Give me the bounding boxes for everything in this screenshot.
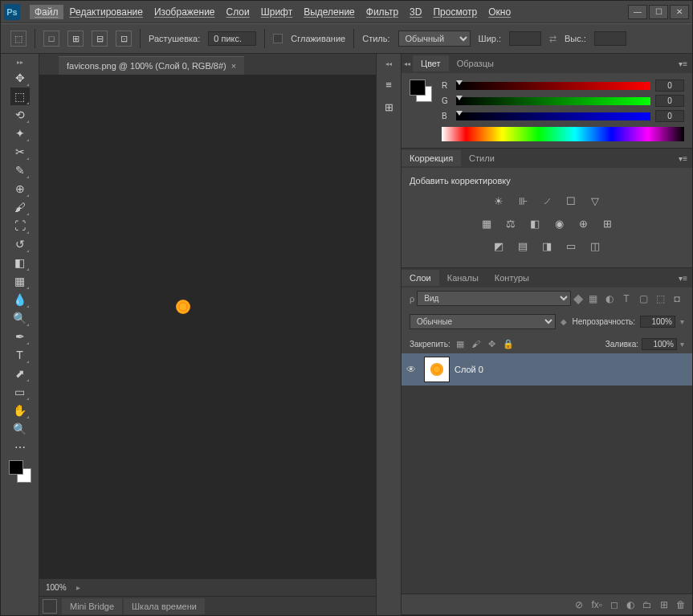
delete-layer-icon[interactable]: 🗑 — [676, 599, 686, 610]
shape-tool[interactable]: ▭ — [10, 383, 30, 401]
selection-intersect-icon[interactable]: ⊡ — [116, 31, 132, 47]
filter-pixel-icon[interactable]: ▦ — [585, 292, 600, 305]
r-value-input[interactable] — [655, 80, 684, 92]
layers-tab[interactable]: Слои — [402, 270, 439, 286]
layer-thumbnail[interactable] — [424, 357, 450, 382]
doc-info-icon[interactable]: ▸ — [76, 583, 80, 592]
minimize-button[interactable]: — — [628, 5, 647, 19]
style-select[interactable]: Обычный — [398, 31, 471, 47]
exposure-icon[interactable]: ☐ — [562, 194, 580, 208]
link-layers-icon[interactable]: ⊘ — [575, 599, 583, 610]
selection-add-icon[interactable]: ⊞ — [67, 31, 84, 47]
gradient-map-icon[interactable]: ▭ — [562, 239, 580, 253]
brush-tool[interactable]: 🖌 — [10, 198, 30, 216]
menu-filter[interactable]: Фильтр — [361, 5, 403, 19]
bw-icon[interactable]: ◧ — [526, 216, 544, 230]
styles-tab[interactable]: Стили — [461, 150, 503, 166]
new-layer-icon[interactable]: ⊞ — [660, 599, 668, 610]
spectrum-ramp[interactable] — [442, 127, 684, 141]
menu-view[interactable]: Просмотр — [428, 5, 482, 19]
layer-group-icon[interactable]: 🗀 — [642, 599, 652, 610]
levels-icon[interactable]: ⊪ — [514, 194, 532, 208]
balance-icon[interactable]: ⚖ — [502, 216, 520, 230]
lookup-icon[interactable]: ⊞ — [598, 216, 616, 230]
history-panel-icon[interactable]: ≡ — [381, 76, 397, 92]
fg-swatch[interactable] — [410, 80, 426, 96]
lock-transparency-icon[interactable]: ▦ — [454, 337, 467, 350]
adjustments-tab[interactable]: Коррекция — [402, 150, 461, 166]
lock-all-icon[interactable]: 🔒 — [502, 337, 515, 350]
vibrance-icon[interactable]: ▽ — [586, 194, 604, 208]
eyedropper-tool[interactable]: ✎ — [10, 161, 30, 179]
b-slider[interactable] — [456, 112, 650, 120]
move-tool[interactable]: ✥ — [10, 69, 30, 87]
history-brush-tool[interactable]: ↺ — [10, 235, 30, 253]
path-select-tool[interactable]: ⬈ — [10, 365, 30, 382]
marquee-tool[interactable]: ⬚ — [10, 88, 30, 105]
b-value-input[interactable] — [655, 110, 684, 122]
selective-icon[interactable]: ◫ — [586, 239, 604, 253]
fg-color-swatch[interactable] — [9, 460, 23, 475]
blend-mode-select[interactable]: Обычные — [410, 314, 556, 329]
tool-preset-icon[interactable]: ⬚ — [10, 31, 26, 47]
menu-type[interactable]: Шрифт — [256, 5, 297, 19]
width-input[interactable] — [509, 31, 541, 46]
pen-tool[interactable]: ✒ — [10, 328, 30, 345]
edit-toolbar-icon[interactable]: ⋯ — [10, 439, 30, 456]
filter-adjust-icon[interactable]: ◐ — [602, 292, 617, 305]
swatches-tab[interactable]: Образцы — [449, 55, 502, 71]
lasso-tool[interactable]: ⟲ — [10, 106, 30, 124]
g-value-input[interactable] — [655, 95, 684, 107]
channels-tab[interactable]: Каналы — [439, 270, 487, 286]
layer-name[interactable]: Слой 0 — [455, 365, 483, 374]
filter-shape-icon[interactable]: ▢ — [636, 292, 650, 305]
color-swatches[interactable] — [9, 460, 31, 483]
antialias-checkbox[interactable] — [273, 34, 283, 43]
r-slider[interactable] — [456, 82, 650, 90]
stamp-tool[interactable]: ⛶ — [10, 217, 30, 235]
color-swatch-pair[interactable] — [410, 80, 432, 102]
zoom-tool[interactable]: 🔍 — [10, 420, 30, 438]
type-tool[interactable]: T — [10, 346, 30, 364]
lock-paint-icon[interactable]: 🖌 — [470, 337, 483, 350]
menu-layers[interactable]: Слои — [222, 5, 255, 19]
heal-tool[interactable]: ⊕ — [10, 180, 30, 198]
layer-mask-icon[interactable]: ◻ — [610, 599, 618, 610]
fill-input[interactable] — [642, 338, 677, 350]
mini-bridge-tab[interactable]: Mini Bridge — [62, 598, 122, 614]
filter-smart-icon[interactable]: ⬚ — [653, 292, 667, 305]
g-slider[interactable] — [456, 97, 650, 105]
strip-expand-icon[interactable]: ◂◂ — [377, 60, 401, 70]
adjustments-panel-menu-icon[interactable]: ▾≡ — [674, 154, 692, 163]
menu-edit[interactable]: Редактирование — [65, 5, 148, 19]
eraser-tool[interactable]: ◧ — [10, 254, 30, 271]
filter-type-icon[interactable]: T — [619, 292, 634, 305]
canvas[interactable] — [39, 75, 376, 578]
dodge-tool[interactable]: 🔍 — [10, 309, 30, 327]
filter-type-select[interactable]: Вид — [417, 291, 571, 306]
hue-icon[interactable]: ▦ — [478, 216, 495, 230]
menu-window[interactable]: Окно — [483, 5, 516, 19]
layer-visibility-icon[interactable]: 👁 — [406, 364, 419, 375]
menu-file[interactable]: Файл — [30, 5, 63, 19]
document-tab[interactable]: favicons.png @ 100% (Слой 0, RGB/8#) × — [59, 56, 244, 75]
menu-select[interactable]: Выделение — [299, 5, 360, 19]
posterize-icon[interactable]: ▤ — [514, 239, 532, 253]
hand-tool[interactable]: ✋ — [10, 402, 30, 419]
blur-tool[interactable]: 💧 — [10, 291, 30, 308]
gradient-tool[interactable]: ▦ — [10, 272, 30, 290]
bottom-panel-icon[interactable] — [43, 599, 57, 614]
menu-image[interactable]: Изображение — [149, 5, 220, 19]
timeline-tab[interactable]: Шкала времени — [124, 598, 205, 614]
crop-tool[interactable]: ✂ — [10, 143, 30, 161]
properties-panel-icon[interactable]: ⊞ — [381, 99, 397, 115]
layer-item[interactable]: 👁 Слой 0 — [402, 353, 692, 386]
maximize-button[interactable]: ☐ — [649, 5, 668, 19]
paths-tab[interactable]: Контуры — [487, 270, 537, 286]
adjustment-layer-icon[interactable]: ◐ — [626, 599, 634, 610]
mixer-icon[interactable]: ⊕ — [574, 216, 592, 230]
color-tab[interactable]: Цвет — [413, 55, 449, 71]
swap-wh-icon[interactable]: ⇄ — [549, 34, 556, 44]
selection-subtract-icon[interactable]: ⊟ — [92, 31, 108, 47]
wand-tool[interactable]: ✦ — [10, 124, 30, 142]
